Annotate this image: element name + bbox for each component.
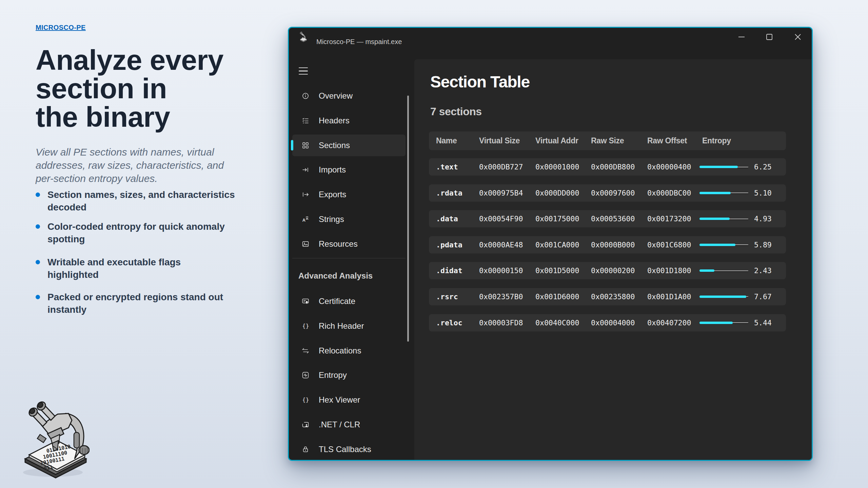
info-icon bbox=[302, 92, 309, 100]
bullet-text-line: spotting bbox=[47, 233, 225, 245]
sidebar-item-entropy[interactable]: Entropy bbox=[292, 364, 406, 386]
sidebar-item-hex-viewer[interactable]: {}Hex Viewer bbox=[292, 389, 406, 411]
sidebar-item-exports[interactable]: Exports bbox=[292, 184, 406, 205]
import-arrow-icon bbox=[302, 166, 309, 174]
sidebar-item-rich-header[interactable]: {}Rich Header bbox=[292, 315, 406, 337]
column-header: Raw Size bbox=[591, 131, 624, 150]
window-title: Microsco-PE — mspaint.exe bbox=[316, 38, 402, 46]
sidebar-item-headers[interactable]: Headers bbox=[292, 110, 406, 131]
sidebar-item-imports[interactable]: Imports bbox=[292, 159, 406, 181]
sidebar-item-resources[interactable]: Resources bbox=[292, 233, 406, 255]
cell-entropy-value: 7.67 bbox=[754, 288, 772, 305]
cell-raw-offset: 0x00000400 bbox=[647, 158, 691, 176]
page-subtitle-line2: addresses, raw sizes, characteristics, a… bbox=[36, 159, 253, 172]
table-header-row: NameVirtual SizeVirtual AddrRaw SizeRaw … bbox=[429, 131, 786, 150]
section-row[interactable]: .pdata0x0000AE480x001CA0000x0000B0000x00… bbox=[429, 236, 786, 253]
entropy-bar-fill bbox=[699, 322, 733, 324]
column-header: Virtual Addr bbox=[535, 131, 578, 150]
feature-bullet: Color-coded entropy for quick anomalyspo… bbox=[36, 220, 225, 245]
section-row[interactable]: .rsrc0x002357B00x001D60000x002358000x001… bbox=[429, 288, 786, 305]
bullet-text-line: Section names, sizes, and characteristic… bbox=[47, 188, 235, 201]
cell-raw-size: 0x00053600 bbox=[591, 210, 635, 227]
sidebar-item-overview[interactable]: Overview bbox=[292, 85, 406, 107]
nav-menu-button[interactable] bbox=[299, 67, 308, 75]
svg-text:{: { bbox=[302, 396, 305, 403]
cell-name: .reloc bbox=[436, 314, 462, 331]
column-header: Virtual Size bbox=[479, 131, 520, 150]
bullet-dot-icon bbox=[36, 295, 40, 299]
translate-icon: A bbox=[302, 216, 309, 223]
bullet-text-line: highlighted bbox=[47, 268, 181, 281]
export-arrow-icon bbox=[302, 191, 309, 198]
cell-entropy-value: 4.93 bbox=[754, 210, 772, 227]
page-subtitle-line1: View all PE sections with names, virtual bbox=[36, 145, 253, 159]
bullet-dot-icon bbox=[36, 192, 40, 197]
section-table: NameVirtual SizeVirtual AddrRaw SizeRaw … bbox=[429, 131, 786, 340]
section-row[interactable]: .didat0x000001500x001D50000x000002000x00… bbox=[429, 262, 786, 279]
entropy-bar-fill bbox=[699, 269, 714, 272]
app-window: Microsco-PE — mspaint.exe OverviewHeader… bbox=[288, 27, 813, 461]
section-row[interactable]: .rdata0x000975B40x000DD0000x000976000x00… bbox=[429, 184, 786, 202]
selected-item-indicator bbox=[291, 140, 293, 150]
braces-icon: {} bbox=[302, 322, 309, 330]
maximize-button[interactable] bbox=[762, 31, 777, 43]
sidebar-item-label: Certificate bbox=[319, 290, 355, 312]
headline-line1: Analyze every bbox=[36, 46, 253, 74]
close-button[interactable] bbox=[790, 31, 806, 43]
cell-raw-offset: 0x001D1800 bbox=[647, 262, 691, 279]
cell-name: .text bbox=[436, 158, 458, 176]
cell-entropy-value: 5.44 bbox=[754, 314, 772, 331]
cell-entropy-value: 6.25 bbox=[754, 158, 772, 176]
sidebar-item-label: Exports bbox=[319, 184, 346, 205]
bullet-text-line: instantly bbox=[47, 303, 223, 316]
minimize-button[interactable] bbox=[734, 31, 749, 43]
entropy-bar-fill bbox=[699, 218, 730, 220]
svg-text:{: { bbox=[302, 323, 305, 329]
cell-virtual-size: 0x002357B0 bbox=[479, 288, 523, 305]
page-subtitle-line3: per-section entropy values. bbox=[36, 172, 253, 185]
cell-raw-offset: 0x001C6800 bbox=[647, 236, 691, 253]
bullet-dot-icon bbox=[36, 260, 40, 264]
cell-virtual-addr: 0x0040C000 bbox=[535, 314, 579, 331]
cell-virtual-size: 0x00000150 bbox=[479, 262, 523, 279]
svg-text:A: A bbox=[302, 218, 305, 223]
brand-link[interactable]: MICROSCO-PE bbox=[36, 24, 86, 32]
section-row[interactable]: .data0x00054F900x001750000x000536000x001… bbox=[429, 210, 786, 227]
section-row[interactable]: .text0x000DB7270x000010000x000DB8000x000… bbox=[429, 158, 786, 176]
cell-raw-size: 0x00097600 bbox=[591, 184, 635, 202]
sidebar-item-certificate[interactable]: Certificate bbox=[292, 290, 406, 312]
sidebar-item-sections[interactable]: Sections bbox=[292, 135, 406, 156]
sidebar-item-relocations[interactable]: Relocations bbox=[292, 340, 406, 362]
section-count: 7 sections bbox=[430, 106, 482, 117]
cell-virtual-size: 0x0000AE48 bbox=[479, 236, 523, 253]
sidebar-item-label: TLS Callbacks bbox=[319, 439, 371, 460]
column-header: Entropy bbox=[702, 131, 731, 150]
feature-bullet: Packed or encrypted regions stand outins… bbox=[36, 291, 223, 316]
sidebar-item-label: Rich Header bbox=[319, 315, 364, 337]
sidebar-scrollbar[interactable] bbox=[407, 96, 409, 342]
cell-name: .data bbox=[436, 210, 458, 227]
sidebar-item-strings[interactable]: AStrings bbox=[292, 208, 406, 230]
cell-raw-offset: 0x001D1A00 bbox=[647, 288, 691, 305]
cell-raw-offset: 0x00407200 bbox=[647, 314, 691, 331]
sidebar-item-label: Overview bbox=[319, 85, 353, 107]
section-row[interactable]: .reloc0x00003FD80x0040C0000x000040000x00… bbox=[429, 314, 786, 331]
headline-line3: the binary bbox=[36, 103, 253, 131]
cell-virtual-addr: 0x001D6000 bbox=[535, 288, 579, 305]
page-headline: Analyze every section in the binary bbox=[36, 46, 253, 131]
bullet-text-line: Packed or encrypted regions stand out bbox=[47, 291, 223, 303]
app-icon bbox=[299, 30, 308, 42]
cell-virtual-size: 0x000DB727 bbox=[479, 158, 523, 176]
bullet-text: Writable and executable flagshighlighted bbox=[47, 256, 181, 281]
checklist-icon bbox=[302, 117, 309, 124]
headline-line2: section in bbox=[36, 74, 253, 103]
bullet-text: Color-coded entropy for quick anomalyspo… bbox=[47, 220, 225, 245]
id-card-icon bbox=[302, 421, 309, 428]
cell-virtual-addr: 0x000DD000 bbox=[535, 184, 579, 202]
sidebar-item-net-clr[interactable]: .NET / CLR bbox=[292, 414, 406, 435]
sidebar-item-label: .NET / CLR bbox=[319, 414, 360, 435]
image-icon bbox=[302, 240, 309, 248]
sidebar-item-tls-callbacks[interactable]: TLS Callbacks bbox=[292, 439, 406, 460]
entropy-bar-fill bbox=[699, 244, 735, 246]
sidebar-item-label: Relocations bbox=[319, 340, 361, 362]
